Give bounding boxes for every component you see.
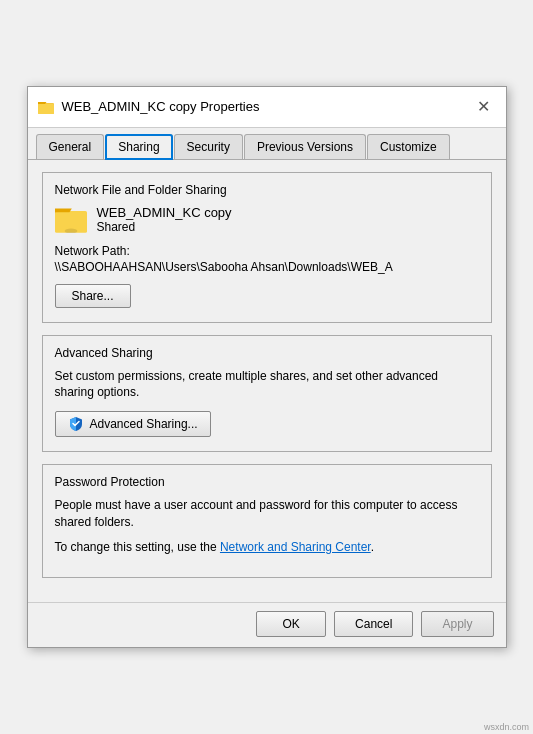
large-folder-icon	[55, 205, 87, 233]
network-sharing-section: Network File and Folder Sharing WEB_ADMI…	[42, 172, 492, 323]
folder-icon	[38, 99, 54, 115]
file-row: WEB_ADMIN_KC copy Shared	[55, 205, 479, 234]
advanced-sharing-label: Advanced Sharing	[55, 346, 479, 360]
network-path-value: \\SABOOHAAHSAN\Users\Sabooha Ahsan\Downl…	[55, 260, 479, 274]
advanced-sharing-button[interactable]: Advanced Sharing...	[55, 411, 211, 437]
password-protection-label: Password Protection	[55, 475, 479, 489]
tab-security[interactable]: Security	[174, 134, 243, 159]
network-sharing-center-link[interactable]: Network and Sharing Center	[220, 540, 371, 554]
dialog-footer: OK Cancel Apply	[28, 602, 506, 647]
dialog-title: WEB_ADMIN_KC copy Properties	[62, 99, 260, 114]
advanced-sharing-section: Advanced Sharing Set custom permissions,…	[42, 335, 492, 453]
apply-button: Apply	[421, 611, 493, 637]
password-protection-section: Password Protection People must have a u…	[42, 464, 492, 578]
tab-sharing[interactable]: Sharing	[105, 134, 172, 160]
tabs-bar: General Sharing Security Previous Versio…	[28, 128, 506, 160]
svg-rect-1	[38, 104, 54, 114]
share-button[interactable]: Share...	[55, 284, 131, 308]
password-change-text: To change this setting, use the Network …	[55, 539, 479, 556]
cancel-button[interactable]: Cancel	[334, 611, 413, 637]
network-sharing-label: Network File and Folder Sharing	[55, 183, 479, 197]
advanced-sharing-btn-label: Advanced Sharing...	[90, 417, 198, 431]
file-name: WEB_ADMIN_KC copy	[97, 205, 232, 220]
shield-icon	[68, 416, 84, 432]
title-bar-left: WEB_ADMIN_KC copy Properties	[38, 99, 260, 115]
tab-customize[interactable]: Customize	[367, 134, 450, 159]
file-status: Shared	[97, 220, 232, 234]
properties-dialog: WEB_ADMIN_KC copy Properties ✕ General S…	[27, 86, 507, 649]
file-info: WEB_ADMIN_KC copy Shared	[97, 205, 232, 234]
password-change-prefix: To change this setting, use the	[55, 540, 220, 554]
tab-previous-versions[interactable]: Previous Versions	[244, 134, 366, 159]
tab-general[interactable]: General	[36, 134, 105, 159]
network-path-label: Network Path:	[55, 244, 479, 258]
title-bar: WEB_ADMIN_KC copy Properties ✕	[28, 87, 506, 128]
advanced-sharing-description: Set custom permissions, create multiple …	[55, 368, 479, 402]
watermark: wsxdn.com	[484, 722, 529, 732]
password-change-suffix: .	[371, 540, 374, 554]
password-description: People must have a user account and pass…	[55, 497, 479, 531]
tab-content: Network File and Folder Sharing WEB_ADMI…	[28, 160, 506, 603]
ok-button[interactable]: OK	[256, 611, 326, 637]
close-button[interactable]: ✕	[472, 95, 496, 119]
